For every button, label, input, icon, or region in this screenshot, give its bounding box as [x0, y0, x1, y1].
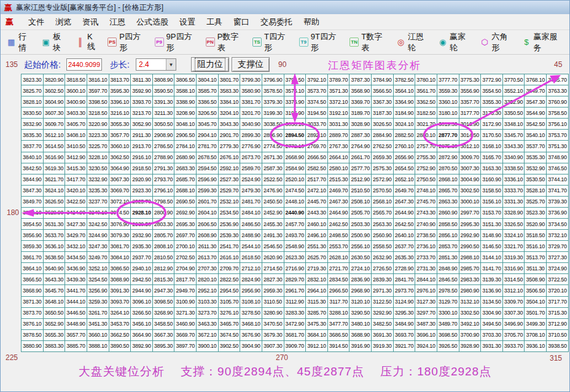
price-cell[interactable]: 2793.70 [152, 174, 174, 185]
price-cell[interactable]: 3288.10 [327, 307, 349, 318]
price-cell[interactable]: 3000.10 [459, 196, 481, 207]
price-cell[interactable]: 3475.30 [306, 318, 328, 329]
price-cell[interactable]: 3832.90 [21, 119, 44, 130]
price-cell[interactable]: 3019.30 [437, 119, 459, 130]
price-cell[interactable]: 3444.10 [65, 296, 87, 307]
price-cell[interactable]: 3312.10 [502, 285, 525, 296]
price-cell[interactable]: 2844.10 [415, 274, 437, 285]
price-cell[interactable]: 3703.30 [481, 329, 503, 340]
price-cell[interactable]: 3148.90 [481, 230, 503, 241]
price-cell[interactable]: 2937.70 [131, 252, 153, 263]
price-cell[interactable]: 2709.70 [218, 263, 240, 274]
price-cell[interactable]: 2474.50 [284, 185, 306, 196]
price-cell[interactable]: 3124.90 [393, 296, 415, 307]
price-cell[interactable]: 2666.50 [306, 152, 328, 163]
price-cell[interactable]: 3508.90 [525, 274, 547, 285]
price-cell[interactable]: 3909.70 [284, 340, 306, 351]
price-cell[interactable]: 2680.90 [174, 152, 197, 163]
price-cell[interactable]: 3847.30 [21, 185, 44, 196]
price-cell[interactable]: 3314.50 [502, 274, 525, 285]
price-cell[interactable]: 2656.90 [393, 152, 415, 163]
price-cell[interactable]: 2707.30 [197, 263, 219, 274]
price-cell[interactable]: 2606.50 [197, 219, 219, 230]
price-cell[interactable]: 3098.50 [152, 296, 174, 307]
price-cell[interactable]: 3295.30 [393, 307, 415, 318]
price-cell[interactable]: 2901.70 [218, 130, 240, 141]
price-cell[interactable]: 3813.70 [109, 74, 131, 85]
price-cell[interactable]: 3436.90 [65, 263, 87, 274]
price-cell[interactable]: 3350.50 [502, 108, 525, 119]
price-cell[interactable]: 3902.50 [218, 340, 240, 351]
price-cell[interactable]: 2469.70 [327, 185, 349, 196]
price-cell[interactable]: 2983.30 [459, 274, 481, 285]
price-cell[interactable]: 3348.10 [502, 119, 525, 130]
price-cell[interactable]: 3717.70 [547, 296, 569, 307]
price-cell[interactable]: 3609.70 [43, 119, 65, 130]
price-cell[interactable]: 3040.90 [240, 119, 262, 130]
price-cell[interactable]: 3141.70 [481, 263, 503, 274]
price-cell[interactable]: 2925.70 [131, 196, 153, 207]
price-cell[interactable]: 3777.70 [437, 74, 459, 85]
price-cell[interactable]: 3684.10 [306, 329, 328, 340]
price-cell[interactable]: 3856.90 [21, 230, 44, 241]
price-cell[interactable]: 2848.90 [437, 263, 459, 274]
price-cell[interactable]: 3672.10 [197, 329, 219, 340]
price-cell[interactable]: 3595.30 [109, 85, 131, 96]
price-cell[interactable]: 3417.70 [65, 174, 87, 185]
price-cell[interactable]: 2664.10 [327, 152, 349, 163]
price-cell[interactable]: 2733.70 [415, 252, 437, 263]
price-cell[interactable]: 2865.70 [437, 185, 459, 196]
price-cell[interactable]: 2503.30 [349, 219, 372, 230]
price-cell[interactable]: 3652.90 [43, 318, 65, 329]
price-cell[interactable]: 3782.50 [393, 74, 415, 85]
price-cell[interactable]: 3868.90 [21, 285, 44, 296]
price-cell[interactable]: 3213.70 [131, 108, 153, 119]
price-cell[interactable]: 2812.90 [152, 263, 174, 274]
price-cell[interactable]: 3924.10 [415, 340, 437, 351]
price-cell[interactable]: 2712.10 [240, 263, 262, 274]
price-cell[interactable]: 3465.70 [218, 318, 240, 329]
price-cell[interactable]: 3453.70 [109, 318, 131, 329]
price-cell[interactable]: 3604.90 [43, 96, 65, 108]
price-cell[interactable]: 3484.90 [393, 318, 415, 329]
price-cell[interactable]: 2592.10 [218, 163, 240, 174]
price-cell[interactable]: 3801.70 [218, 74, 240, 85]
price-cell[interactable]: 3835.30 [21, 130, 44, 141]
price-cell[interactable]: 3290.50 [349, 307, 372, 318]
price-cell[interactable]: 2880.10 [415, 130, 437, 141]
price-cell[interactable]: 3830.50 [21, 108, 44, 119]
price-cell[interactable]: 3691.30 [372, 329, 394, 340]
price-cell[interactable]: 3170.50 [481, 130, 503, 141]
price-cell[interactable]: 3636.10 [43, 241, 65, 252]
price-cell[interactable]: 2505.70 [349, 207, 372, 218]
price-cell[interactable]: 3571.30 [327, 85, 349, 96]
price-cell[interactable]: 3242.50 [87, 219, 109, 230]
price-cell[interactable]: 3542.50 [525, 119, 547, 130]
price-cell[interactable]: 3103.30 [197, 296, 219, 307]
price-cell[interactable]: 3002.50 [459, 185, 481, 196]
price-cell[interactable]: 2527.30 [218, 174, 240, 185]
price-cell[interactable]: 3552.10 [502, 85, 525, 96]
price-cell[interactable]: 3919.30 [372, 340, 394, 351]
price-cell[interactable]: 3458.50 [152, 318, 174, 329]
price-cell[interactable]: 2493.70 [284, 230, 306, 241]
price-cell[interactable]: 3122.50 [372, 296, 394, 307]
price-cell[interactable]: 3016.90 [459, 119, 481, 130]
step-select[interactable]: 2.4 ▼ [136, 58, 176, 71]
price-cell[interactable]: 3818.50 [65, 74, 87, 85]
price-cell[interactable]: 2757.70 [415, 141, 437, 152]
price-cell[interactable]: 3420.10 [65, 185, 87, 196]
price-cell[interactable]: 2827.30 [262, 274, 284, 285]
price-cell[interactable]: 2467.30 [327, 196, 349, 207]
price-cell[interactable]: 3064.90 [109, 163, 131, 174]
price-cell[interactable]: 2932.90 [131, 230, 153, 241]
price-cell[interactable]: 3026.50 [372, 119, 394, 130]
price-cell[interactable]: 3722.50 [547, 274, 569, 285]
price-cell[interactable]: 2546.50 [262, 241, 284, 252]
price-cell[interactable]: 2884.90 [372, 130, 394, 141]
price-cell[interactable]: 3235.30 [87, 185, 109, 196]
price-cell[interactable]: 3708.10 [525, 329, 547, 340]
price-cell[interactable]: 2558.50 [372, 241, 394, 252]
price-cell[interactable]: 2544.10 [240, 241, 262, 252]
price-cell[interactable]: 3530.50 [525, 174, 547, 185]
